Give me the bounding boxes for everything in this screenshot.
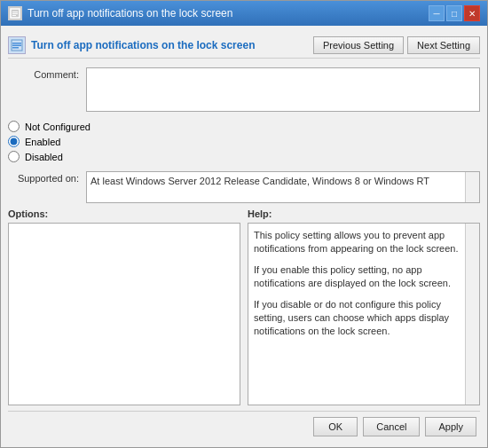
svg-rect-2 (12, 13, 18, 14)
title-bar: Turn off app notifications on the lock s… (1, 1, 487, 26)
svg-rect-7 (12, 47, 19, 49)
policy-header: Turn off app notifications on the lock s… (8, 36, 255, 54)
next-setting-button[interactable]: Next Setting (407, 36, 480, 54)
help-para-1: This policy setting allows you to preven… (254, 229, 474, 256)
help-box: This policy setting allows you to preven… (248, 223, 480, 405)
help-panel: Help: This policy setting allows you to … (248, 208, 480, 405)
radio-not-configured: Not Configured (8, 121, 480, 132)
radio-group: Not Configured Enabled Disabled (8, 117, 480, 166)
enabled-label: Enabled (25, 137, 60, 147)
main-window: Turn off app notifications on the lock s… (0, 0, 488, 448)
options-panel: Options: (8, 208, 240, 405)
header-row: Turn off app notifications on the lock s… (8, 33, 480, 59)
comment-row: Comment: (8, 67, 480, 112)
svg-rect-1 (12, 12, 18, 12)
supported-scrollbar (465, 172, 479, 202)
policy-title: Turn off app notifications on the lock s… (31, 39, 255, 51)
form-area: Comment: Not Configured Enabled Disabled (8, 67, 480, 203)
help-text: This policy setting allows you to preven… (254, 229, 474, 339)
radio-enabled: Enabled (8, 136, 480, 147)
supported-box: At least Windows Server 2012 Release Can… (86, 171, 480, 203)
help-label: Help: (248, 208, 480, 219)
help-scrollbar (465, 224, 479, 405)
comment-label: Comment: (8, 67, 79, 80)
main-content: Turn off app notifications on the lock s… (1, 26, 487, 447)
help-para-3: If you disable or do not configure this … (254, 298, 474, 339)
middle-section: Options: Help: This policy setting allow… (8, 208, 480, 405)
cancel-button[interactable]: Cancel (363, 417, 420, 436)
options-box (8, 223, 240, 405)
enabled-radio[interactable] (8, 136, 20, 147)
svg-rect-3 (12, 15, 16, 16)
title-bar-controls: ─ □ ✕ (429, 5, 480, 21)
apply-button[interactable]: Apply (425, 417, 476, 436)
disabled-label: Disabled (25, 152, 63, 162)
supported-row: Supported on: At least Windows Server 20… (8, 171, 480, 203)
maximize-button[interactable]: □ (446, 5, 462, 21)
title-bar-left: Turn off app notifications on the lock s… (8, 6, 232, 20)
disabled-radio[interactable] (8, 151, 20, 162)
options-label: Options: (8, 208, 240, 219)
svg-rect-5 (12, 43, 21, 44)
close-button[interactable]: ✕ (464, 5, 480, 21)
help-para-2: If you enable this policy setting, no ap… (254, 263, 474, 291)
footer: OK Cancel Apply (8, 411, 480, 440)
minimize-button[interactable]: ─ (429, 5, 445, 21)
supported-label: Supported on: (8, 171, 79, 184)
window-title: Turn off app notifications on the lock s… (28, 7, 232, 20)
previous-setting-button[interactable]: Previous Setting (313, 36, 404, 54)
not-configured-radio[interactable] (8, 121, 20, 132)
radio-disabled: Disabled (8, 151, 480, 162)
not-configured-label: Not Configured (25, 122, 91, 132)
navigation-buttons: Previous Setting Next Setting (313, 36, 480, 54)
svg-rect-6 (12, 45, 21, 47)
supported-text: At least Windows Server 2012 Release Can… (87, 172, 479, 190)
window-icon (8, 6, 22, 20)
policy-icon (8, 36, 26, 54)
comment-input[interactable] (86, 67, 480, 112)
ok-button[interactable]: OK (313, 417, 358, 436)
